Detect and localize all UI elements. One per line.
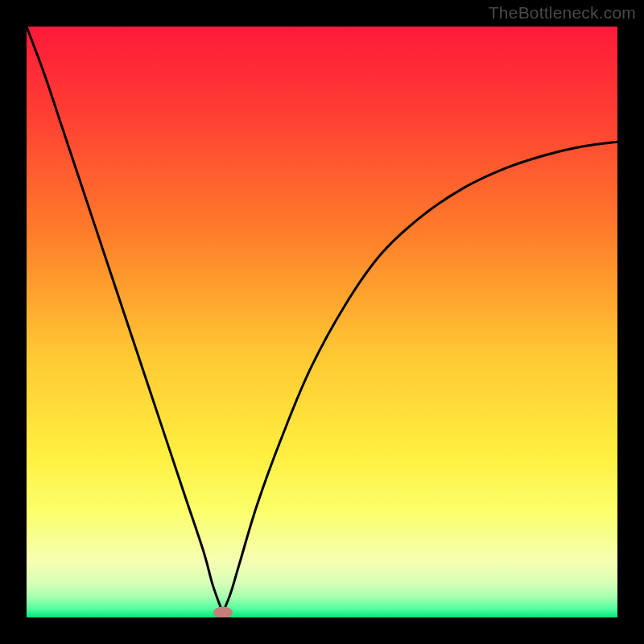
plot-area <box>27 27 617 617</box>
optimum-marker <box>213 607 233 617</box>
watermark-text: TheBottleneck.com <box>489 3 636 23</box>
bottleneck-curve <box>27 27 617 617</box>
outer-black-frame: TheBottleneck.com <box>0 0 644 644</box>
